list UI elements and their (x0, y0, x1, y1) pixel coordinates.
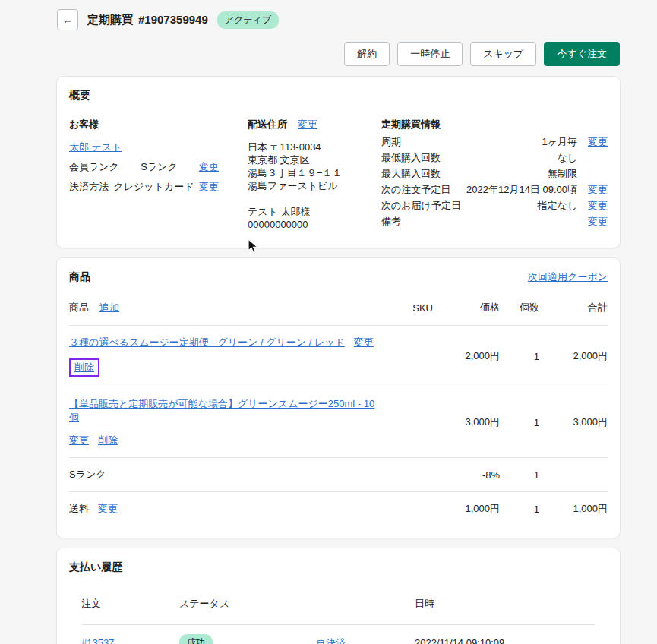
product-delete-link[interactable]: 削除 (98, 434, 118, 447)
product-total: 3,000円 (539, 415, 608, 429)
products-table: 商品 追加 SKU 価格 個数 合計 ３種の選べるスムージー定期便 - グリーン… (69, 295, 608, 526)
product-column-header: 商品 (69, 301, 89, 314)
delete-link-highlight-box: 削除 (69, 358, 99, 377)
shipping-fee-row: 送料 変更 1,000円 1 1,000円 (69, 491, 608, 526)
next-delivery-date-row: 次のお届け予定日 指定なし 変更 (381, 200, 608, 211)
overview-columns: お客様 太郎 テスト 会員ランク Sランク 変更 決済方法 クレジットカード 変… (69, 118, 608, 235)
shipping-fee-qty: 1 (500, 504, 539, 515)
subscription-info-heading: 定期購買情報 (381, 118, 608, 131)
product-row: ３種の選べるスムージー定期便 - グリーン / グリーン / レッド 変更 削除… (69, 325, 608, 387)
product-row: 【単品販売と定期販売が可能な場合】グリーンスムージー250ml - 10個 変更… (69, 387, 608, 457)
address-line: 日本 〒113-0034 (248, 140, 362, 153)
cycle-row: 周期 1ヶ月毎 変更 (381, 137, 608, 147)
pause-button[interactable]: 一時停止 (397, 42, 463, 66)
payment-table-header: 注文 ステータス 日時 (81, 591, 595, 624)
cycle-change-link[interactable]: 変更 (586, 137, 608, 147)
payment-row: #13537 成功 再決済 2022/11/14 09:10:09 (81, 624, 595, 644)
product-price: 3,000円 (433, 415, 500, 429)
min-purchases-value: なし (441, 153, 577, 163)
products-table-header: 商品 追加 SKU 価格 個数 合計 (69, 295, 608, 325)
payment-datetime: 2022/11/14 09:10:09 (415, 637, 595, 644)
page-title-text: 定期購買 (87, 13, 133, 27)
overview-card-title: 概要 (69, 89, 608, 103)
next-order-date-row: 次の注文予定日 2022年12月14日 09:00頃 変更 (381, 185, 608, 195)
shipping-fee-change-link[interactable]: 変更 (98, 502, 118, 516)
overview-card: 概要 お客様 太郎 テスト 会員ランク Sランク 変更 決済方法 クレジットカー… (57, 77, 620, 248)
customer-heading: お客様 (69, 118, 219, 131)
products-card: 商品 次回適用クーポン 商品 追加 SKU 価格 個数 合計 ３種の選べるスムー… (57, 258, 620, 538)
next-delivery-date-change-link[interactable]: 変更 (586, 200, 608, 211)
cycle-value: 1ヶ月毎 (401, 137, 577, 147)
min-purchases-label: 最低購入回数 (381, 153, 441, 163)
page-title: 定期購買 #1907359949 (87, 13, 208, 27)
cycle-label: 周期 (381, 137, 401, 147)
status-column-header: ステータス (179, 597, 316, 611)
address-line: 東京都 文京区 (248, 153, 362, 166)
total-column-header: 合計 (539, 301, 608, 314)
discount-qty: 1 (500, 469, 539, 481)
subscription-id: #1907359949 (138, 13, 208, 26)
order-number-link[interactable]: #13537 (81, 637, 114, 644)
member-rank-change-link[interactable]: 変更 (199, 160, 219, 174)
payment-method-label: 決済方法 (69, 180, 109, 194)
product-qty: 1 (500, 417, 539, 428)
product-name-link[interactable]: ３種の選べるスムージー定期便 - グリーン / グリーン / レッド (69, 336, 345, 349)
repay-link[interactable]: 再決済 (316, 637, 346, 644)
payment-status-badge: 成功 (179, 634, 213, 644)
product-total: 2,000円 (539, 349, 608, 363)
member-rank-label: 会員ランク (69, 160, 119, 174)
qty-column-header: 個数 (500, 301, 539, 314)
products-card-title: 商品 (69, 270, 90, 284)
notes-row: 備考 変更 (381, 216, 608, 227)
shipping-fee-name: 送料 (69, 502, 89, 516)
notes-change-link[interactable]: 変更 (586, 216, 608, 227)
member-rank-row: 会員ランク Sランク 変更 (69, 160, 219, 174)
address-line: 00000000000 (248, 218, 362, 231)
order-column-header: 注文 (81, 597, 179, 611)
next-coupon-link[interactable]: 次回適用クーポン (528, 270, 608, 284)
datetime-column-header: 日時 (415, 597, 595, 611)
notes-label: 備考 (381, 216, 401, 227)
member-rank-value: Sランク (141, 160, 178, 174)
back-button[interactable]: ← (57, 9, 78, 30)
discount-name: Sランク (69, 468, 106, 481)
payment-method-row: 決済方法 クレジットカード 変更 (69, 180, 219, 194)
cancel-subscription-button[interactable]: 解約 (344, 42, 390, 66)
order-now-button[interactable]: 今すぐ注文 (544, 42, 620, 66)
subscription-info-section: 定期購買情報 周期 1ヶ月毎 変更 最低購入回数 なし 最大購入回数 無制限 (381, 118, 608, 231)
subscription-detail-page: ← 定期購買 #1907359949 アクティブ 解約 一時停止 スキップ 今す… (57, 0, 620, 644)
payment-history-title: 支払い履歴 (69, 560, 608, 574)
shipping-change-link[interactable]: 変更 (298, 118, 317, 131)
discount-price: -8% (433, 469, 500, 481)
shipping-address: 日本 〒113-0034 東京都 文京区 湯島３丁目１９−１１ 湯島ファーストビ… (248, 140, 362, 231)
payment-method-change-link[interactable]: 変更 (199, 180, 219, 194)
product-name-link[interactable]: 【単品販売と定期販売が可能な場合】グリーンスムージー250ml - 10個 (69, 397, 381, 425)
max-purchases-row: 最大購入回数 無制限 (381, 169, 608, 179)
address-line (248, 192, 362, 205)
add-product-link[interactable]: 追加 (99, 301, 119, 314)
customer-name-link[interactable]: 太郎 テスト (69, 141, 122, 153)
next-order-date-value: 2022年12月14日 09:00頃 (450, 185, 577, 195)
sku-column-header: SKU (386, 302, 433, 314)
status-badge: アクティブ (217, 11, 279, 29)
payment-history-table: 注文 ステータス 日時 #13537 成功 再決済 2022/11/14 09:… (69, 591, 608, 644)
min-purchases-row: 最低購入回数 なし (381, 153, 608, 163)
payment-history-card: 支払い履歴 注文 ステータス 日時 #13537 成功 再決済 2022/11/… (57, 548, 620, 644)
address-line: 湯島ファーストビル (248, 179, 362, 192)
shipping-fee-total: 1,000円 (539, 502, 608, 516)
next-delivery-date-value: 指定なし (461, 200, 577, 211)
product-change-link[interactable]: 変更 (69, 434, 89, 447)
actions-row: 解約 一時停止 スキップ 今すぐ注文 (57, 42, 620, 66)
shipping-heading: 配送住所 (248, 118, 287, 131)
max-purchases-label: 最大購入回数 (381, 169, 441, 179)
customer-section: お客様 太郎 テスト 会員ランク Sランク 変更 決済方法 クレジットカード 変… (69, 118, 219, 231)
discount-row: Sランク -8% 1 (69, 457, 608, 491)
next-order-date-change-link[interactable]: 変更 (586, 185, 608, 195)
shipping-section: 配送住所 変更 日本 〒113-0034 東京都 文京区 湯島３丁目１９−１１ … (248, 118, 362, 231)
price-column-header: 価格 (433, 301, 500, 314)
product-delete-link[interactable]: 削除 (74, 361, 94, 373)
payment-method-value: クレジットカード (113, 180, 194, 194)
product-change-link[interactable]: 変更 (354, 336, 374, 349)
skip-button[interactable]: スキップ (470, 42, 536, 66)
page-header: ← 定期購買 #1907359949 アクティブ (57, 8, 620, 32)
